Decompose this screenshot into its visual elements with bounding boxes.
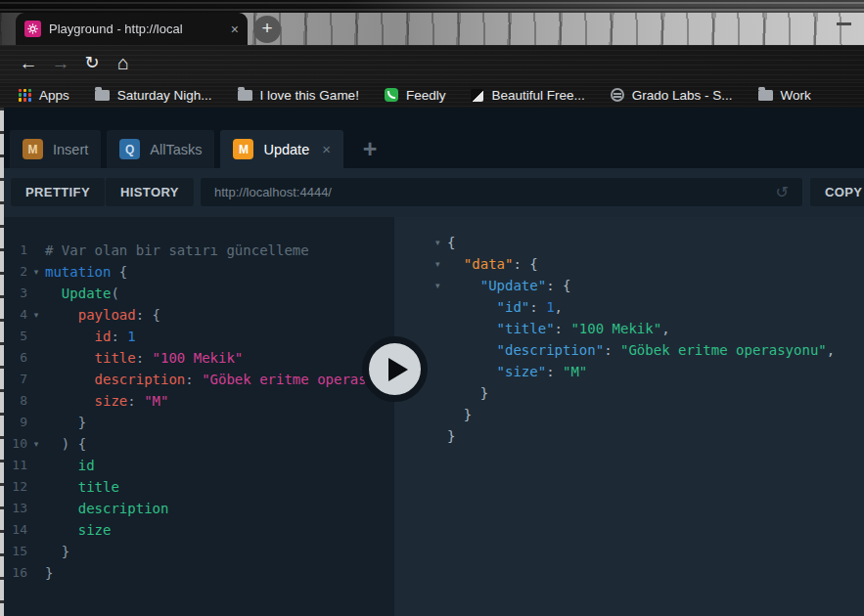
tab-close-icon[interactable]: × [231, 22, 239, 37]
code-text: # Var olan bir satırı güncelleme [45, 240, 309, 261]
line-number: 3 [0, 283, 27, 304]
session-tab-insert[interactable]: MInsert [10, 130, 101, 168]
editor-line: 9▾ } [0, 412, 394, 433]
bookmark-item[interactable]: Feedly [385, 88, 446, 103]
line-number: 16 [0, 562, 27, 584]
response-line: ▾ "Update": { [394, 275, 864, 296]
editor-line: 3▾ Update( [0, 283, 394, 304]
code-text: payload: { [45, 304, 160, 326]
code-text: ) { [45, 433, 86, 455]
code-text: size: "M" [45, 390, 168, 412]
new-tab-button[interactable]: + [253, 16, 281, 43]
response-viewer: ▾{▾ "data": {▾ "Update": { "id": 1, "tit… [394, 217, 864, 616]
editor-line: 15▾ } [0, 541, 394, 562]
execute-button[interactable] [362, 336, 428, 402]
bookmark-label: I love this Game! [260, 88, 359, 103]
code-text: } [45, 562, 53, 584]
bookmark-item[interactable]: Beautiful Free... [471, 88, 584, 103]
mutation-badge: M [23, 139, 43, 159]
bookmark-label: Feedly [406, 88, 446, 103]
bookmark-item[interactable]: Work [758, 88, 811, 103]
session-tab-update[interactable]: MUpdate× [220, 130, 343, 168]
code-text: } [447, 382, 864, 404]
editor-line: 13▾ description [0, 498, 394, 519]
code-text: title [45, 476, 119, 498]
fold-arrow-icon[interactable]: ▾ [27, 304, 45, 326]
code-text: "size": "M" [447, 361, 864, 382]
response-line: } [394, 425, 864, 447]
editor-line: 7▾ description: "Göbek eritme operasyonu… [0, 369, 394, 390]
editor-line: 1▾# Var olan bir satırı güncelleme [0, 240, 394, 261]
editor-line: 12▾ title [0, 476, 394, 498]
code-text: mutation { [45, 261, 127, 283]
query-editor[interactable]: 1▾# Var olan bir satırı güncelleme2▾muta… [0, 217, 394, 616]
desktop-edge-strip [0, 108, 4, 616]
code-text: "Update": { [447, 275, 864, 296]
copy-curl-button[interactable]: COPY [810, 178, 864, 206]
bookmark-item[interactable]: I love this Game! [238, 88, 359, 103]
response-line: "description": "Göbek eritme operasyonu"… [394, 339, 864, 361]
line-number: 15 [0, 541, 27, 562]
prettify-button[interactable]: PRETTIFY [11, 178, 105, 206]
bookmark-item[interactable]: Grado Labs - S... [611, 88, 733, 103]
endpoint-url: http://localhost:4444/ [214, 185, 332, 199]
session-tab-label: Update [263, 142, 309, 157]
history-button[interactable]: HISTORY [106, 178, 194, 206]
window-frame [0, 0, 864, 13]
code-text: } [447, 425, 864, 447]
fold-arrow-icon[interactable]: ▾ [27, 261, 45, 283]
reload-icon[interactable]: ↻ [79, 45, 105, 82]
line-number: 1 [0, 240, 27, 261]
code-text: title: "100 Mekik" [45, 347, 243, 369]
line-number: 10 [0, 433, 27, 455]
fold-arrow-icon[interactable]: ▾ [435, 253, 447, 275]
editor-line: 14▾ size [0, 519, 394, 541]
code-text: } [45, 412, 86, 433]
code-text: } [447, 404, 864, 425]
code-text: "data": { [447, 253, 864, 275]
editor-line: 4▾ payload: { [0, 304, 394, 326]
code-text: { [447, 232, 864, 253]
add-session-tab-button[interactable]: + [349, 130, 390, 168]
forward-icon[interactable]: → [48, 45, 73, 82]
session-tab-close-icon[interactable]: × [322, 141, 331, 157]
bookmark-item[interactable]: Saturday Nigh... [95, 88, 212, 103]
folder-icon [95, 90, 110, 101]
screen: Playground - http://local × + ← → ↻ ⌂ i … [0, 0, 864, 616]
playground-toolbar: PRETTIFY HISTORY http://localhost:4444/ … [0, 168, 864, 217]
playground-favicon-icon [24, 21, 41, 37]
editor-line: 6▾ title: "100 Mekik" [0, 347, 394, 369]
mutation-badge: M [233, 139, 253, 159]
fold-arrow-icon[interactable]: ▾ [435, 232, 447, 253]
session-tabs: MInsertQAllTasksMUpdate×+ [10, 130, 390, 168]
line-number: 8 [0, 390, 27, 412]
editor-line: 10▾ ) { [0, 433, 394, 455]
line-number: 6 [0, 347, 27, 369]
bookmark-item[interactable]: Apps [19, 88, 69, 103]
back-icon[interactable]: ← [16, 45, 41, 82]
line-number: 2 [0, 261, 27, 283]
feedly-icon [385, 88, 398, 102]
query-badge: Q [119, 139, 140, 159]
line-number: 9 [0, 412, 27, 433]
editor-line: 8▾ size: "M" [0, 390, 394, 412]
session-tab-alltasks[interactable]: QAllTasks [107, 130, 214, 168]
code-text: id: 1 [45, 326, 136, 347]
response-line: } [394, 404, 864, 425]
line-number: 14 [0, 519, 27, 541]
bookmarks-bar: AppsSaturday Nigh...I love this Game!Fee… [0, 82, 864, 108]
editor-line: 11▾ id [0, 455, 394, 476]
bookmark-label: Saturday Nigh... [117, 88, 212, 103]
home-icon[interactable]: ⌂ [111, 45, 136, 82]
endpoint-reload-icon[interactable]: ↺ [776, 183, 789, 201]
editor-line: 2▾mutation { [0, 261, 394, 283]
folder-icon [238, 90, 252, 101]
code-text: "description": "Göbek eritme operasyonu"… [447, 339, 864, 361]
fold-arrow-icon[interactable]: ▾ [435, 275, 447, 296]
folder-icon [758, 90, 773, 101]
endpoint-input[interactable]: http://localhost:4444/ ↺ [201, 178, 802, 206]
apps-grid-icon [19, 89, 31, 102]
browser-tab[interactable]: Playground - http://local × [16, 13, 248, 45]
minimize-button[interactable] [837, 22, 851, 25]
fold-arrow-icon[interactable]: ▾ [27, 433, 45, 455]
